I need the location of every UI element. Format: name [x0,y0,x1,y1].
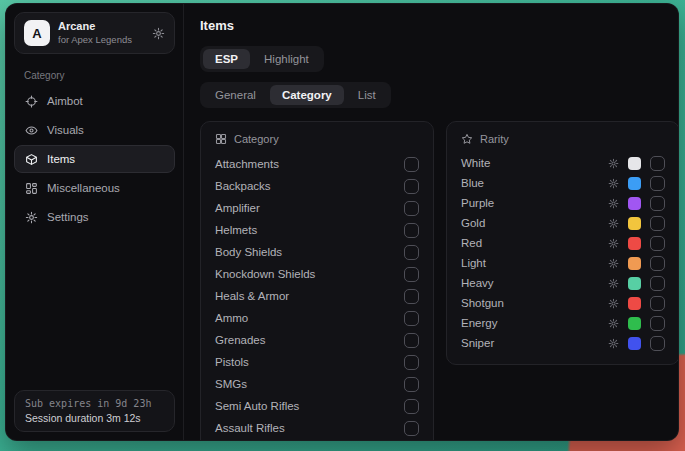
panels-row: Category Attachments Backpacks [200,121,679,441]
category-row-label: Attachments [215,158,404,170]
checkbox[interactable] [650,156,665,171]
rarity-row-label: Sniper [461,337,608,349]
color-swatch[interactable] [628,277,641,290]
sidebar-item-aimbot[interactable]: Aimbot [14,87,175,115]
rarity-row: Shotgun [461,293,665,313]
rarity-row: Purple [461,193,665,213]
checkbox[interactable] [404,377,419,392]
category-row: Semi Auto Rifles [215,395,419,417]
rarity-row: Gold [461,213,665,233]
tab-list[interactable]: List [346,85,388,105]
checkbox[interactable] [404,355,419,370]
category-row: Knockdown Shields [215,263,419,285]
tab-category[interactable]: Category [270,85,344,105]
sub-expires-text: Sub expires in 9d 23h [25,398,164,409]
rarity-row: Heavy [461,273,665,293]
rarity-panel-title: Rarity [480,133,509,145]
rarity-list: White [461,153,665,353]
checkbox[interactable] [650,336,665,351]
rarity-row-label: Purple [461,197,608,209]
checkbox[interactable] [650,216,665,231]
brand-logo: A [24,20,50,46]
sidebar-item-items[interactable]: Items [14,145,175,173]
star-icon [461,133,473,145]
rarity-row-label: Shotgun [461,297,608,309]
sidebar-item-visuals[interactable]: Visuals [14,116,175,144]
category-list: Attachments Backpacks Amplifier [215,153,419,441]
checkbox[interactable] [650,176,665,191]
rarity-settings-icon[interactable] [608,158,619,169]
color-swatch[interactable] [628,157,641,170]
rarity-settings-icon[interactable] [608,278,619,289]
rarity-row: Sniper [461,333,665,353]
main-content: Items ESP Highlight General Category Lis… [184,4,679,440]
sidebar-item-label: Visuals [47,124,84,136]
checkbox[interactable] [404,267,419,282]
eye-icon [25,124,38,137]
mode-tabs: ESP Highlight [200,46,324,72]
sidebar-section-label: Category [24,70,165,81]
rarity-settings-icon[interactable] [608,258,619,269]
checkbox[interactable] [404,223,419,238]
sidebar-item-miscellaneous[interactable]: Miscellaneous [14,174,175,202]
checkbox[interactable] [650,316,665,331]
session-duration-text: Session duration 3m 12s [25,412,164,424]
color-swatch[interactable] [628,297,641,310]
rarity-settings-icon[interactable] [608,198,619,209]
checkbox[interactable] [650,276,665,291]
category-row-label: Ammo [215,312,404,324]
rarity-row: Light [461,253,665,273]
rarity-row: Blue [461,173,665,193]
category-row: Heals & Armor [215,285,419,307]
category-row-label: Backpacks [215,180,404,192]
brand-title: Arcane [58,20,132,34]
checkbox[interactable] [404,179,419,194]
gear-icon[interactable] [152,27,165,40]
checkbox[interactable] [404,201,419,216]
checkbox[interactable] [404,311,419,326]
color-swatch[interactable] [628,217,641,230]
tab-esp[interactable]: ESP [203,49,250,69]
category-row: Helmets [215,219,419,241]
category-row-label: Helmets [215,224,404,236]
rarity-settings-icon[interactable] [608,338,619,349]
rarity-row: Red [461,233,665,253]
color-swatch[interactable] [628,317,641,330]
checkbox[interactable] [650,256,665,271]
category-row-label: Grenades [215,334,404,346]
dashboard-icon [25,182,38,195]
checkbox[interactable] [650,196,665,211]
checkbox[interactable] [404,399,419,414]
page-title: Items [200,18,679,33]
color-swatch[interactable] [628,197,641,210]
app-window: A Arcane for Apex Legends Category Aimbo… [5,3,679,441]
brand-card: A Arcane for Apex Legends [14,12,175,54]
sidebar-item-settings[interactable]: Settings [14,203,175,231]
color-swatch[interactable] [628,337,641,350]
rarity-settings-icon[interactable] [608,298,619,309]
checkbox[interactable] [650,296,665,311]
rarity-settings-icon[interactable] [608,238,619,249]
color-swatch[interactable] [628,257,641,270]
category-row: Ammo [215,307,419,329]
category-row-label: Pistols [215,356,404,368]
rarity-settings-icon[interactable] [608,218,619,229]
checkbox[interactable] [404,245,419,260]
gear-icon [25,211,38,224]
checkbox[interactable] [404,289,419,304]
color-swatch[interactable] [628,237,641,250]
rarity-row-label: Energy [461,317,608,329]
checkbox[interactable] [650,236,665,251]
checkbox[interactable] [404,333,419,348]
rarity-settings-icon[interactable] [608,178,619,189]
grid-icon [215,133,227,145]
category-row-label: Heals & Armor [215,290,404,302]
tab-general[interactable]: General [203,85,268,105]
checkbox[interactable] [404,421,419,436]
category-row: Attachments [215,153,419,175]
category-row-label: SMGs [215,378,404,390]
checkbox[interactable] [404,157,419,172]
color-swatch[interactable] [628,177,641,190]
rarity-settings-icon[interactable] [608,318,619,329]
tab-highlight[interactable]: Highlight [252,49,321,69]
